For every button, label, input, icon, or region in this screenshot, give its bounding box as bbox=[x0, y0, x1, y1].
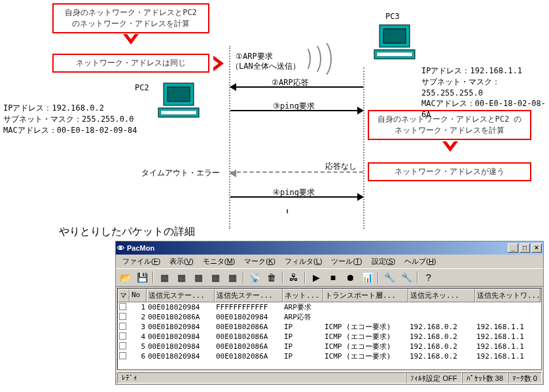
arp-req-text2: （LAN全体へ送信） bbox=[231, 62, 300, 71]
table-row[interactable]: 600E01802098400E01802086AIPICMP (エコー要求)1… bbox=[118, 351, 541, 361]
timeout-text: タイムアウト・エラー bbox=[141, 168, 220, 177]
menu-ツール[interactable]: ツール(T) bbox=[327, 256, 366, 267]
col-no[interactable]: No bbox=[130, 289, 147, 302]
row-net: IP bbox=[283, 352, 323, 361]
col-dstip[interactable]: 送信先ネットワ... bbox=[475, 289, 540, 302]
pc2-label: PC2 bbox=[135, 83, 149, 92]
pc3-ip: IPアドレス：192.168.1.1 bbox=[421, 65, 549, 77]
timeline-pc3 bbox=[363, 67, 364, 229]
col-net[interactable]: ネット... bbox=[283, 289, 323, 302]
toolbar: 📂💾▦▦▦▦▦📡🗑🖧▶■⏺📊🔧🔧? bbox=[116, 268, 543, 287]
col-trans[interactable]: トランスポート層... bbox=[323, 289, 408, 302]
toolbar-separator bbox=[282, 272, 283, 283]
row-dst: 00E01802086A bbox=[215, 332, 283, 341]
bars-icon[interactable]: 📊 bbox=[359, 270, 375, 285]
table-row[interactable]: 100E018020984FFFFFFFFFFFFARP要求 bbox=[118, 302, 541, 312]
menu-モニタ[interactable]: モニタ(M) bbox=[199, 256, 239, 267]
table-row[interactable]: 500E01802098400E01802086AIPICMP (エコー要求)1… bbox=[118, 342, 541, 351]
antenna-icon[interactable]: 📡 bbox=[247, 270, 262, 285]
pc3-mask: サブネット・マスク：255.255.255.0 bbox=[421, 77, 549, 99]
menu-ファイル[interactable]: ファイル(F) bbox=[118, 256, 164, 267]
record-icon[interactable]: ⏺ bbox=[342, 270, 358, 285]
box-same-network: ネットワーク・アドレスは同じ bbox=[52, 54, 209, 73]
col-srcip[interactable]: 送信元ネッ... bbox=[408, 289, 475, 302]
pc3-info: IPアドレス：192.168.1.1 サブネット・マスク：255.255.255… bbox=[421, 65, 549, 120]
table-row[interactable]: 400E01802098400E01802086AIPICMP (エコー要求)1… bbox=[118, 332, 541, 342]
ellipsis: ・・・ bbox=[281, 205, 292, 209]
arp-res-text: ②ARP応答 bbox=[272, 78, 309, 87]
menu-マーク[interactable]: マーク(K) bbox=[240, 256, 279, 267]
row-trans: ICMP (エコー要求) bbox=[323, 332, 408, 342]
minimize-button[interactable]: _ bbox=[508, 243, 518, 253]
col-src-text: 送信元ステー... bbox=[149, 291, 205, 300]
pc3-icon bbox=[373, 24, 419, 63]
grid5-icon[interactable]: ▦ bbox=[224, 270, 240, 285]
row-dstip: 192.168.1.1 bbox=[475, 342, 540, 351]
play-icon[interactable]: ▶ bbox=[308, 270, 324, 285]
row-no: 5 bbox=[130, 342, 147, 351]
box-calc-left: 自身のネットワーク・アドレスとPC2 のネットワーク・アドレスを計算 bbox=[52, 3, 209, 33]
row-trans: ICMP (エコー要求) bbox=[323, 342, 408, 351]
grid3-icon[interactable]: ▦ bbox=[190, 270, 206, 285]
menu-表示[interactable]: 表示(V) bbox=[166, 256, 198, 267]
col-src[interactable]: 送信元ステー... bbox=[147, 289, 215, 302]
row-checkbox[interactable] bbox=[118, 303, 130, 312]
row-checkbox[interactable] bbox=[118, 323, 130, 332]
menu-ヘルプ[interactable]: ヘルプ(H) bbox=[400, 256, 440, 267]
row-no: 3 bbox=[130, 323, 147, 331]
section-title-text: やりとりしたパケットの詳細 bbox=[59, 225, 195, 238]
tool2-icon[interactable]: 🔧 bbox=[398, 270, 414, 285]
close-button[interactable]: × bbox=[531, 243, 542, 253]
table-row[interactable]: 200E01802086A00E018020984ARP応答 bbox=[118, 312, 541, 322]
row-srcip: 192.168.0.2 bbox=[408, 323, 475, 331]
titlebar[interactable]: 👁 PacMon _ □ × bbox=[116, 241, 543, 255]
row-checkbox[interactable] bbox=[118, 332, 130, 342]
menu-フィルタ[interactable]: フィルタ(L) bbox=[281, 256, 326, 267]
stop-icon[interactable]: ■ bbox=[325, 270, 341, 285]
box-calc-left-text: 自身のネットワーク・アドレスとPC2 のネットワーク・アドレスを計算 bbox=[65, 8, 197, 28]
grid2-icon[interactable]: ▦ bbox=[173, 270, 189, 285]
save-icon[interactable]: 💾 bbox=[134, 270, 150, 285]
grid-header[interactable]: マ. No 送信元ステー... 送信先ステー... ネット... トランスポート… bbox=[118, 289, 541, 302]
grid1-icon[interactable]: ▦ bbox=[156, 270, 172, 285]
section-title: やりとりしたパケットの詳細 bbox=[59, 225, 195, 239]
box-diff-text: ネットワーク・アドレスが違う bbox=[395, 167, 505, 176]
status-filter-text: ﾌｨﾙﾀ設定 OFF bbox=[410, 374, 457, 382]
dots-text: ・・・ bbox=[283, 205, 292, 209]
toolbar-separator bbox=[243, 272, 244, 283]
row-src: 00E018020984 bbox=[147, 352, 215, 361]
row-checkbox[interactable] bbox=[118, 313, 130, 322]
box-diff-network: ネットワーク・アドレスが違う bbox=[368, 162, 531, 181]
row-checkbox[interactable] bbox=[118, 352, 130, 361]
toolbar-separator bbox=[152, 272, 154, 283]
menu-設定[interactable]: 設定(S) bbox=[368, 256, 400, 267]
ping-req2-text: ④ping要求 bbox=[273, 188, 315, 197]
row-src: 00E018020984 bbox=[147, 342, 215, 351]
row-checkbox[interactable] bbox=[118, 342, 130, 351]
col-mark[interactable]: マ. bbox=[118, 289, 130, 302]
broadcast-waves-icon bbox=[298, 39, 337, 79]
col-dst[interactable]: 送信先ステー... bbox=[215, 289, 283, 302]
packet-grid[interactable]: マ. No 送信元ステー... 送信先ステー... ネット... トランスポート… bbox=[117, 288, 542, 370]
statusbar: ﾚﾃﾞｨ ﾌｨﾙﾀ設定 OFF ﾊﾟｹｯﾄ数 38 ﾏｰｸ数 0 bbox=[116, 371, 543, 384]
timeout-label: タイムアウト・エラー bbox=[141, 168, 220, 179]
maximize-button[interactable]: □ bbox=[520, 243, 530, 253]
grid-body[interactable]: 100E018020984FFFFFFFFFFFFARP要求200E018020… bbox=[118, 302, 541, 361]
grid4-icon[interactable]: ▦ bbox=[207, 270, 223, 285]
status-filter: ﾌｨﾙﾀ設定 OFF bbox=[406, 372, 461, 383]
arp-req-text: ①ARP要求 bbox=[236, 52, 273, 61]
pc2-ip: IPアドレス：192.168.0.2 bbox=[3, 103, 137, 114]
row-no: 2 bbox=[130, 313, 147, 321]
nic-icon[interactable]: 🖧 bbox=[286, 270, 302, 285]
row-no: 4 bbox=[130, 332, 147, 341]
tool1-icon[interactable]: 🔧 bbox=[381, 270, 397, 285]
toolbar-separator bbox=[304, 272, 306, 283]
file-open-icon[interactable]: 📂 bbox=[117, 270, 133, 285]
filter-icon[interactable]: 🗑 bbox=[264, 270, 279, 285]
table-row[interactable]: 300E01802098400E01802086AIPICMP (エコー要求)1… bbox=[118, 322, 541, 332]
arp-req-label2: （LAN全体へ送信） bbox=[231, 61, 300, 72]
row-net: IP bbox=[283, 323, 323, 331]
col-mark-text: マ. bbox=[120, 291, 130, 300]
help-icon[interactable]: ? bbox=[421, 270, 436, 285]
toolbar-separator bbox=[417, 272, 418, 283]
